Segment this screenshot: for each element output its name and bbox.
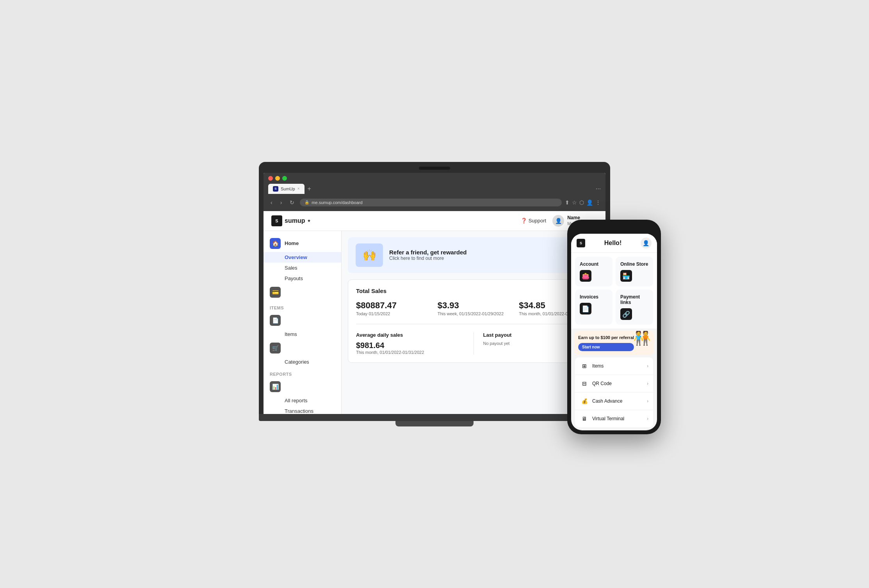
phone-list-qr[interactable]: ⊟ QR Code › (575, 375, 653, 393)
phone-list-virtual-terminal[interactable]: 🖥 Virtual Terminal › (575, 410, 653, 427)
stats-card: Total Sales $80887.47 Today 01/15/2022 $… (348, 279, 599, 363)
sidebar-item-overview[interactable]: Overview (264, 252, 341, 263)
payment-links-grid-icon: 🔗 (620, 308, 632, 320)
traffic-light-yellow[interactable] (275, 176, 280, 181)
sidebar-item-transactions[interactable]: Transactions (264, 406, 341, 414)
app-main: 🏠 Home Overview Sales Payouts (264, 231, 605, 414)
star-icon[interactable]: ☆ (572, 199, 577, 206)
forward-btn[interactable]: › (278, 199, 285, 206)
phone-referral-btn[interactable]: Start now (578, 343, 634, 351)
avg-daily-date: This month, 01/01/2022-01/31/2022 (356, 350, 464, 355)
reports-icon: 📄 (270, 315, 281, 326)
items-chevron: › (647, 363, 648, 369)
content-area: 🙌 Refer a friend, get rewarded Click her… (342, 231, 605, 414)
referral-subtitle: Click here to find out more (389, 256, 467, 261)
support-button[interactable]: ❓ Support (521, 218, 547, 224)
qr-list-label: QR Code (592, 381, 612, 386)
stat-value-week: $3.93 (438, 300, 510, 311)
cash-list-label: Cash Advance (592, 398, 622, 404)
online-store-grid-label: Online Store (620, 261, 648, 267)
referral-title: Refer a friend, get rewarded (389, 249, 467, 256)
phone-list: ⊞ Items › ⊟ QR Code › (575, 357, 653, 427)
logo-icon: S (271, 215, 282, 226)
overview-label: Overview (285, 254, 307, 260)
refresh-btn[interactable]: ↻ (287, 199, 297, 206)
referral-illustration: 🙌 (356, 243, 383, 267)
sidebar-item-payouts[interactable]: Payouts (264, 273, 341, 284)
home-label: Home (285, 240, 299, 246)
phone-hello: Hello! (604, 240, 621, 247)
sidebar-item-card[interactable]: 💳 (264, 284, 341, 301)
online-store-grid-icon: 🏪 (620, 270, 632, 282)
phone-logo: S (577, 239, 585, 247)
stats-row2: Average daily sales $981.64 This month, … (356, 332, 591, 355)
sidebar-item-all-reports[interactable]: All reports (264, 395, 341, 406)
referral-text: Refer a friend, get rewarded Click here … (389, 249, 467, 261)
sidebar-item-sales[interactable]: Sales (264, 263, 341, 273)
account-grid-label: Account (580, 261, 608, 267)
stat-week: $3.93 This week, 01/15/2022-01/29/2022 (438, 300, 510, 316)
phone-list-items[interactable]: ⊞ Items › (575, 357, 653, 375)
extensions-icon[interactable]: ⬡ (579, 199, 584, 206)
phone-grid-payment-links[interactable]: Payment links 🔗 (616, 290, 653, 325)
phone-referral-text: Earn up to $100 per referral (578, 335, 634, 340)
vt-list-left: 🖥 Virtual Terminal (580, 414, 624, 423)
phone-referral-banner[interactable]: Earn up to $100 per referral Start now 🧑… (574, 331, 654, 355)
sidebar-item-analytics[interactable]: 📊 (264, 378, 341, 395)
payment-links-grid-label: Payment links (620, 294, 648, 305)
reports-section-label: REPORTS (264, 367, 341, 378)
sidebar-item-cart[interactable]: 🛒 (264, 339, 341, 357)
profile-icon[interactable]: 👤 (586, 199, 593, 206)
traffic-light-red[interactable] (268, 176, 273, 181)
stat-label-today: Today 01/15/2022 (356, 311, 428, 316)
total-sales-title: Total Sales (356, 288, 591, 294)
browser-tab-active[interactable]: S SumUp × (268, 184, 305, 194)
phone-grid-account[interactable]: Account 👛 (575, 257, 613, 286)
categories-label: Categories (285, 359, 309, 365)
payouts-label: Payouts (285, 275, 303, 281)
qr-list-icon: ⊟ (580, 379, 589, 388)
phone-grid-invoices[interactable]: Invoices 📄 (575, 290, 613, 325)
share-icon[interactable]: ⬆ (565, 199, 570, 206)
logo-text: sumup (285, 217, 305, 224)
app-logo: S sumup ★ (271, 215, 311, 226)
phone-header: S Hello! 👤 (571, 234, 657, 253)
cash-chevron: › (647, 398, 648, 404)
stat-today: $80887.47 Today 01/15/2022 (356, 300, 428, 316)
menu-icon[interactable]: ⋮ (595, 199, 601, 206)
window-controls: ⋯ (596, 186, 601, 192)
app-header: S sumup ★ ❓ Support 👤 Name (264, 211, 605, 231)
phone-referral-chars: 🧑‍🤝‍🧑 (633, 331, 651, 345)
sidebar-item-items[interactable]: Items (264, 329, 341, 339)
phone-user-icon[interactable]: 👤 (641, 238, 652, 249)
tab-close-btn[interactable]: × (297, 187, 300, 191)
items-section-label: ITEMS (264, 301, 341, 312)
sidebar: 🏠 Home Overview Sales Payouts (264, 231, 342, 414)
items-list-icon: ⊞ (580, 361, 589, 371)
address-bar[interactable]: 🔒 me.sumup.com/dashboard (300, 199, 562, 206)
items-list-left: ⊞ Items (580, 361, 604, 371)
sidebar-item-categories[interactable]: Categories (264, 357, 341, 367)
back-btn[interactable]: ‹ (268, 199, 275, 206)
sidebar-item-reports-icon[interactable]: 📄 (264, 312, 341, 329)
url-text: me.sumup.com/dashboard (312, 200, 362, 205)
stat-value-today: $80887.47 (356, 300, 428, 311)
phone-notch (598, 224, 630, 231)
support-icon: ❓ (521, 218, 527, 224)
avg-daily-box: Average daily sales $981.64 This month, … (356, 332, 464, 355)
referral-banner[interactable]: 🙌 Refer a friend, get rewarded Click her… (348, 237, 599, 273)
avg-daily-label: Average daily sales (356, 332, 464, 338)
phone-list-cash-advance[interactable]: 💰 Cash Advance › (575, 393, 653, 410)
home-icon: 🏠 (270, 238, 281, 249)
vt-list-label: Virtual Terminal (592, 416, 624, 421)
phone-grid-online-store[interactable]: Online Store 🏪 (616, 257, 653, 286)
avatar: 👤 (552, 215, 564, 227)
analytics-icon: 📊 (270, 381, 281, 392)
traffic-light-green[interactable] (282, 176, 287, 181)
stats-row-main: $80887.47 Today 01/15/2022 $3.93 This we… (356, 300, 591, 324)
sidebar-item-home[interactable]: 🏠 Home (264, 235, 341, 252)
all-reports-label: All reports (285, 398, 308, 403)
new-tab-btn[interactable]: + (308, 185, 311, 192)
qr-list-left: ⊟ QR Code (580, 379, 612, 388)
logo-star: ★ (307, 219, 311, 223)
